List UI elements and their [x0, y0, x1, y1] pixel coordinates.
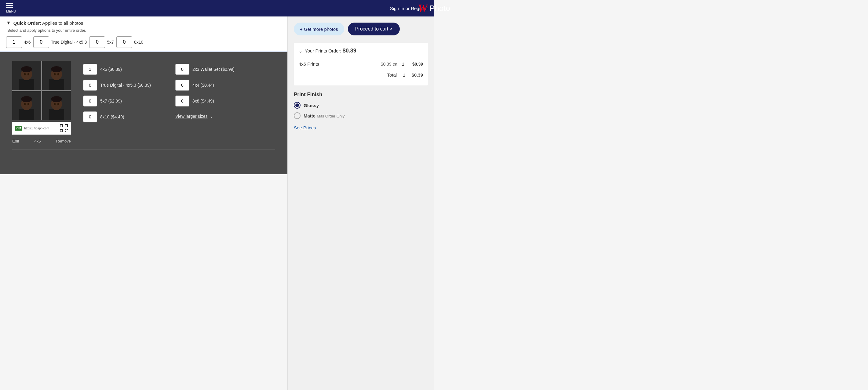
- svg-point-26: [54, 103, 56, 105]
- photo-cell-4: [42, 91, 71, 120]
- order-row-total: $0.39: [408, 62, 423, 67]
- menu-line-2: [6, 5, 13, 6]
- option-qty-true-digital[interactable]: [83, 79, 97, 91]
- proceed-to-cart-button[interactable]: Proceed to cart >: [348, 23, 400, 35]
- view-larger-button[interactable]: View larger sizes ⌄: [175, 114, 235, 119]
- order-row-qty: 1: [399, 62, 408, 67]
- finish-option-matte[interactable]: Matte Mail Order Only: [294, 112, 428, 119]
- get-more-photos-button[interactable]: + Get more photos: [294, 23, 344, 35]
- option-label-true-digital: True Digital - 4x5.3 ($0.39): [100, 83, 151, 88]
- matte-label: Matte Mail Order Only: [304, 113, 344, 119]
- option-label-4x4: 4x4 ($0.44): [192, 83, 214, 88]
- option-label-wallet: 2x3 Wallet Set ($0.99): [192, 67, 235, 72]
- option-qty-8x10[interactable]: [83, 111, 97, 122]
- print-options-left: 4x6 ($0.39) True Digital - 4x5.3 ($0.39)…: [83, 64, 151, 122]
- order-total-amount: $0.39: [411, 72, 423, 77]
- svg-rect-8: [49, 79, 64, 90]
- svg-point-18: [21, 96, 32, 102]
- qty-input-4x6[interactable]: [6, 36, 22, 48]
- order-row-label: 4x6 Prints: [299, 61, 374, 67]
- order-total-qty: 1: [403, 72, 405, 77]
- watermark-url: https://7idapp.com: [24, 127, 49, 130]
- qr-code-icon: [59, 124, 68, 133]
- svg-point-4: [21, 66, 32, 72]
- edit-link[interactable]: Edit: [12, 139, 19, 143]
- option-row-5x7: 5x7 ($2.99): [83, 96, 151, 106]
- qty-label-true-digital: True Digital - 4x5.3: [51, 40, 87, 44]
- photo-content: 7ID https://7idapp.com: [12, 61, 275, 143]
- qty-group-true-digital: True Digital - 4x5.3: [33, 36, 87, 48]
- quick-order-title: Quick Order: Applies to all photos: [13, 21, 83, 26]
- view-larger-label: View larger sizes: [175, 114, 208, 119]
- order-summary-chevron-icon[interactable]: ⌄: [299, 48, 302, 54]
- qty-input-8x10[interactable]: [116, 36, 132, 48]
- order-summary-total-price: $0.39: [343, 47, 356, 54]
- svg-rect-37: [65, 131, 66, 132]
- svg-point-5: [24, 73, 26, 75]
- app-logo: W Photo: [418, 2, 434, 14]
- order-total-row: Total 1 $0.39: [299, 69, 423, 80]
- remove-link[interactable]: Remove: [56, 139, 71, 143]
- svg-rect-34: [60, 130, 62, 132]
- svg-point-6: [28, 73, 29, 75]
- print-finish: Print Finish Glossy Matte Mail Order Onl…: [294, 92, 428, 131]
- photo-grid: [12, 61, 71, 120]
- walgreens-w-icon: W: [418, 2, 428, 14]
- app-header: MENU W Photo Sign In or Register: [0, 0, 434, 17]
- qty-input-true-digital[interactable]: [33, 36, 49, 48]
- photo-watermark: 7ID https://7idapp.com: [12, 122, 71, 135]
- photo-label: Photo: [429, 4, 434, 13]
- qty-group-4x6: 4x6: [6, 36, 31, 48]
- view-larger-chevron-icon: ⌄: [210, 114, 213, 119]
- option-row-8x8: 8x8 ($4.49): [175, 96, 235, 106]
- person-image-4: [42, 91, 71, 120]
- svg-point-12: [54, 73, 56, 75]
- quick-order-bar: ▼ Quick Order: Applies to all photos Sel…: [0, 17, 287, 52]
- option-label-5x7: 5x7 ($2.99): [100, 99, 122, 103]
- print-finish-title: Print Finish: [294, 92, 428, 98]
- option-row-4x6: 4x6 ($0.39): [83, 64, 151, 75]
- svg-rect-32: [60, 125, 62, 127]
- option-qty-8x8[interactable]: [175, 96, 189, 106]
- photo-divider: [12, 150, 275, 150]
- svg-rect-22: [49, 109, 64, 120]
- photo-cell-3: [12, 91, 41, 120]
- option-label-4x6: 4x6 ($0.39): [100, 67, 122, 72]
- order-row-4x6: 4x6 Prints $0.39 ea. 1 $0.39: [299, 59, 423, 69]
- glossy-radio[interactable]: [294, 102, 301, 109]
- svg-point-19: [24, 103, 26, 105]
- left-panel: ▼ Quick Order: Applies to all photos Sel…: [0, 17, 287, 390]
- order-row-price: $0.39 ea.: [374, 62, 399, 67]
- svg-rect-36: [67, 129, 68, 130]
- svg-point-13: [57, 73, 59, 75]
- svg-point-20: [28, 103, 29, 105]
- person-image-3: [12, 91, 41, 120]
- qty-label-8x10: 8x10: [134, 40, 143, 44]
- option-row-true-digital: True Digital - 4x5.3 ($0.39): [83, 79, 151, 91]
- print-options-right: 2x3 Wallet Set ($0.99) 4x4 ($0.44) 8x8 (…: [175, 64, 235, 119]
- svg-point-11: [51, 66, 62, 72]
- quick-order-header[interactable]: ▼ Quick Order: Applies to all photos: [6, 20, 281, 26]
- qty-group-5x7: 5x7: [89, 36, 114, 48]
- photo-cell-2: [42, 61, 71, 90]
- option-label-8x10: 8x10 ($4.49): [100, 115, 124, 119]
- svg-rect-1: [19, 79, 34, 90]
- finish-option-glossy[interactable]: Glossy: [294, 102, 428, 109]
- quick-order-subtitle: Select and apply options to your entire …: [6, 28, 281, 33]
- option-qty-4x6[interactable]: [83, 64, 97, 75]
- menu-label: MENU: [6, 9, 16, 13]
- qty-group-8x10: 8x10: [116, 36, 143, 48]
- main-container: ▼ Quick Order: Applies to all photos Sel…: [0, 17, 434, 390]
- menu-button[interactable]: MENU: [6, 3, 16, 13]
- option-qty-wallet[interactable]: [175, 64, 189, 75]
- option-label-8x8: 8x8 ($4.49): [192, 99, 214, 103]
- qty-input-5x7[interactable]: [89, 36, 105, 48]
- option-qty-4x4[interactable]: [175, 79, 189, 91]
- option-row-wallet: 2x3 Wallet Set ($0.99): [175, 64, 235, 75]
- menu-line-3: [6, 7, 13, 8]
- svg-rect-35: [65, 129, 66, 130]
- svg-rect-15: [19, 109, 34, 120]
- see-prices-link[interactable]: See Prices: [294, 125, 316, 130]
- matte-radio[interactable]: [294, 112, 301, 119]
- option-qty-5x7[interactable]: [83, 96, 97, 106]
